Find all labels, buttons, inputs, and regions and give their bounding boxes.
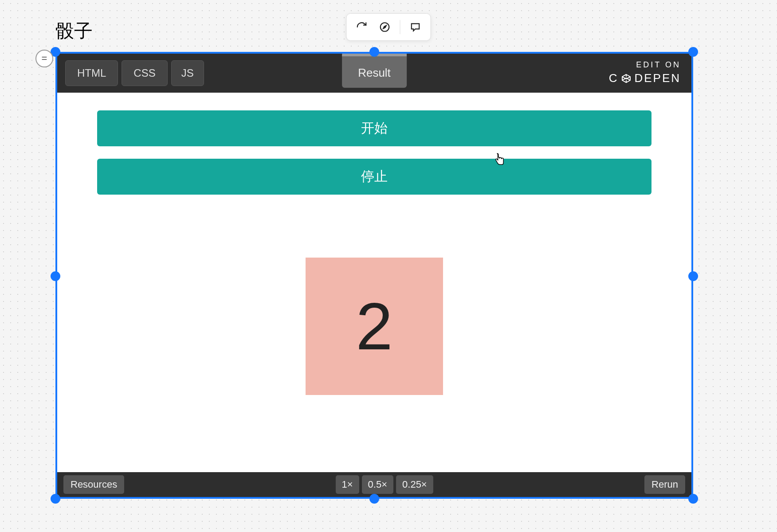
selection-handle-tm[interactable] bbox=[369, 47, 379, 57]
svg-marker-1 bbox=[383, 26, 386, 29]
tab-css[interactable]: CSS bbox=[122, 60, 167, 86]
comment-icon[interactable] bbox=[406, 17, 425, 37]
selection-handle-bm[interactable] bbox=[369, 494, 379, 504]
selection-handle-bl[interactable] bbox=[51, 494, 60, 504]
codepen-footer: Resources 1× 0.5× 0.25× Rerun bbox=[57, 472, 691, 497]
toolbar-divider bbox=[400, 20, 400, 34]
codepen-header: HTML CSS JS Result EDIT ON C DEPEN bbox=[57, 54, 691, 93]
refresh-icon[interactable] bbox=[352, 17, 372, 37]
codepen-embed-frame: HTML CSS JS Result EDIT ON C DEPEN 开始 停止… bbox=[55, 52, 693, 499]
floating-toolbar bbox=[346, 13, 431, 41]
drag-handle-badge[interactable]: = bbox=[35, 50, 53, 67]
codepen-logo: C DEPEN bbox=[609, 71, 681, 86]
start-button[interactable]: 开始 bbox=[97, 110, 651, 146]
selection-handle-tr[interactable] bbox=[688, 47, 698, 57]
rerun-button[interactable]: Rerun bbox=[644, 475, 685, 494]
dice-value: 2 bbox=[356, 288, 392, 365]
selection-handle-br[interactable] bbox=[688, 494, 698, 504]
drag-handle-icon: = bbox=[42, 54, 47, 63]
codepen-cube-icon bbox=[621, 73, 632, 84]
selection-handle-mr[interactable] bbox=[688, 271, 698, 281]
tab-js[interactable]: JS bbox=[171, 60, 204, 86]
resources-button[interactable]: Resources bbox=[63, 475, 124, 494]
dice-display: 2 bbox=[306, 258, 443, 395]
compass-icon[interactable] bbox=[375, 17, 395, 37]
zoom-group: 1× 0.5× 0.25× bbox=[336, 475, 433, 494]
tab-result[interactable]: Result bbox=[342, 54, 407, 88]
result-pane: 开始 停止 2 bbox=[57, 93, 691, 472]
edit-on-label: EDIT ON bbox=[609, 60, 681, 70]
page-title: 骰子 bbox=[55, 19, 93, 43]
zoom-05x[interactable]: 0.5× bbox=[362, 475, 393, 494]
zoom-025x[interactable]: 0.25× bbox=[396, 475, 433, 494]
selection-handle-ml[interactable] bbox=[51, 271, 60, 281]
stop-button[interactable]: 停止 bbox=[97, 159, 651, 195]
tab-html[interactable]: HTML bbox=[65, 60, 118, 86]
edit-on-codepen-link[interactable]: EDIT ON C DEPEN bbox=[609, 60, 681, 86]
zoom-1x[interactable]: 1× bbox=[336, 475, 359, 494]
